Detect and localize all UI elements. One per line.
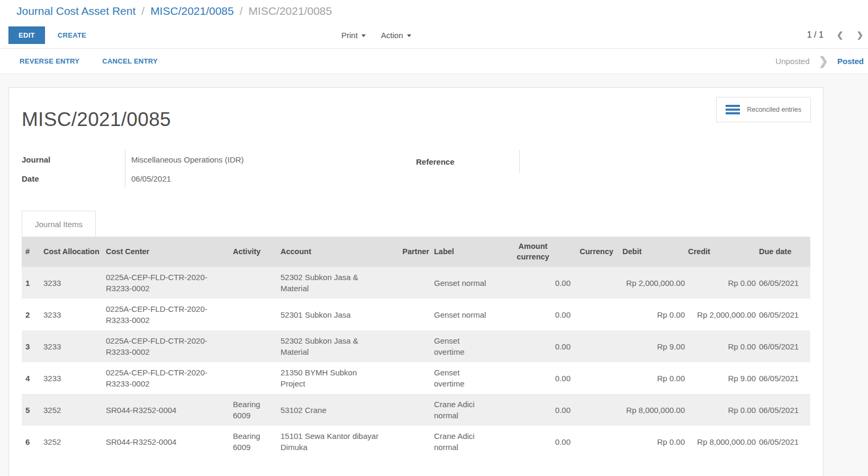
cell-cost-allocation: 3233 (42, 299, 104, 330)
column-header-credit[interactable]: Credit (686, 237, 757, 267)
cell-account: 52302 Subkon Jasa & Material (279, 330, 385, 362)
column-header-partner[interactable]: Partner (385, 237, 432, 267)
statusbar-states: Unposted ❯ Posted (775, 56, 864, 67)
cell-debit: Rp 9.00 (621, 330, 686, 362)
cell-cost-center: 0225A-CEP-FLD-CTR-2020-R3233-0002 (104, 299, 231, 330)
cell-amount-currency: 0.00 (494, 394, 572, 426)
date-field-label: Date (22, 169, 125, 188)
table-body: 132330225A-CEP-FLD-CTR-2020-R3233-000252… (22, 267, 810, 457)
cell-currency (572, 394, 621, 426)
cell-amount-currency: 0.00 (494, 362, 572, 394)
reference-field-value (519, 150, 702, 173)
breadcrumb-link-entry[interactable]: MISC/2021/0085 (150, 5, 234, 17)
column-header-account[interactable]: Account (279, 237, 385, 267)
cell-currency (572, 299, 621, 330)
cell-account: 52302 Subkon Jasa & Material (279, 267, 385, 299)
column-header-label[interactable]: Label (432, 237, 494, 267)
column-header-row-number[interactable]: # (22, 237, 42, 267)
cell-credit: Rp 0.00 (686, 267, 757, 299)
cell-label: Genset normal (432, 299, 494, 330)
reconciled-entries-button[interactable]: Reconciled entries (716, 97, 811, 122)
statusbar: REVERSE ENTRY CANCEL ENTRY Unposted ❯ Po… (0, 48, 868, 74)
caret-down-icon (407, 34, 411, 37)
breadcrumb-link-journal[interactable]: Journal Cost Asset Rent (16, 5, 135, 17)
print-dropdown[interactable]: Print (341, 31, 366, 40)
column-header-debit[interactable]: Debit (621, 237, 686, 267)
reverse-entry-button[interactable]: REVERSE ENTRY (16, 57, 83, 66)
page-title: MISC/2021/0085 (22, 109, 810, 131)
tab-journal-items[interactable]: Journal Items (22, 211, 96, 237)
statusbar-buttons: REVERSE ENTRY CANCEL ENTRY (16, 57, 161, 66)
cell-partner (385, 267, 432, 299)
cell-credit: Rp 0.00 (686, 330, 757, 362)
cell-amount-currency: 0.00 (494, 267, 572, 299)
cell-cost-center: SR044-R3252-0004 (104, 394, 231, 426)
dropdown-group: Print Action (341, 22, 411, 48)
caret-down-icon (361, 34, 366, 37)
column-header-cost-center[interactable]: Cost Center (104, 237, 231, 267)
table-row[interactable]: 232330225A-CEP-FLD-CTR-2020-R3233-000252… (22, 299, 810, 330)
cell-partner (385, 299, 432, 330)
table-row[interactable]: 332330225A-CEP-FLD-CTR-2020-R3233-000252… (22, 330, 810, 362)
cell-due-date: 06/05/2021 (757, 299, 810, 330)
form-view-background: Reconciled entries MISC/2021/0085 Journa… (0, 74, 868, 475)
action-dropdown[interactable]: Action (381, 31, 411, 40)
cell-cost-allocation: 3252 (42, 394, 104, 426)
table-row[interactable]: 132330225A-CEP-FLD-CTR-2020-R3233-000252… (22, 267, 810, 299)
cell-credit: Rp 0.00 (686, 394, 757, 426)
cell-account: 53102 Crane (279, 394, 385, 426)
column-header-due-date[interactable]: Due date (757, 237, 810, 267)
cell-activity (231, 362, 279, 394)
column-header-currency[interactable]: Currency (572, 237, 621, 267)
column-header-activity[interactable]: Activity (231, 237, 279, 267)
cell-debit: Rp 2,000,000.00 (621, 267, 686, 299)
reference-field-row: Reference (405, 150, 702, 173)
cell-row-number: 3 (22, 330, 42, 362)
cell-currency (572, 330, 621, 362)
cell-currency (572, 362, 621, 394)
cell-cost-center: 0225A-CEP-FLD-CTR-2020-R3233-0002 (104, 362, 231, 394)
cell-row-number: 6 (22, 426, 42, 457)
breadcrumb: Journal Cost Asset Rent / MISC/2021/0085… (0, 0, 868, 22)
state-posted[interactable]: Posted (837, 57, 864, 66)
cell-activity (231, 299, 279, 330)
journal-field-value: Miscellaneous Operations (IDR) (125, 150, 405, 169)
cell-due-date: 06/05/2021 (757, 362, 810, 394)
field-group: Journal Miscellaneous Operations (IDR) D… (22, 150, 810, 188)
form-sheet: Reconciled entries MISC/2021/0085 Journa… (8, 87, 824, 476)
cell-label: Genset overtime (432, 362, 494, 394)
cell-cost-center: 0225A-CEP-FLD-CTR-2020-R3233-0002 (104, 330, 231, 362)
pager-next-button[interactable]: ❯ (856, 30, 863, 40)
reference-field-label: Reference (405, 150, 519, 173)
cell-activity: Bearing 6009 (231, 426, 279, 457)
cell-partner (385, 362, 432, 394)
cell-partner (385, 394, 432, 426)
cell-debit: Rp 0.00 (621, 299, 686, 330)
pager-previous-button[interactable]: ❮ (837, 30, 844, 40)
cell-debit: Rp 0.00 (621, 426, 686, 457)
edit-button[interactable]: EDIT (8, 26, 45, 44)
journal-items-table: #Cost AllocationCost CenterActivityAccou… (22, 237, 810, 457)
create-button[interactable]: CREATE (55, 31, 89, 40)
state-unposted[interactable]: Unposted (775, 57, 809, 66)
table-row[interactable]: 53252SR044-R3252-0004Bearing 600953102 C… (22, 394, 810, 426)
cell-credit: Rp 9.00 (686, 362, 757, 394)
cell-account: 15101 Sewa Kantor dibayar Dimuka (279, 426, 385, 457)
breadcrumb-separator: / (141, 5, 144, 17)
table-row[interactable]: 432330225A-CEP-FLD-CTR-2020-R3233-000221… (22, 362, 810, 394)
cell-cost-center: 0225A-CEP-FLD-CTR-2020-R3233-0002 (104, 267, 231, 299)
cancel-entry-button[interactable]: CANCEL ENTRY (99, 57, 161, 66)
cell-account: 52301 Subkon Jasa (279, 299, 385, 330)
cell-cost-allocation: 3233 (42, 330, 104, 362)
cell-currency (572, 426, 621, 457)
cell-label: Crane Adici normal (432, 426, 494, 457)
pager-count: 1 / 1 (807, 30, 824, 40)
cell-row-number: 1 (22, 267, 42, 299)
cell-partner (385, 330, 432, 362)
cell-cost-allocation: 3233 (42, 267, 104, 299)
column-header-cost-allocation[interactable]: Cost Allocation (42, 237, 104, 267)
column-header-amount-currency[interactable]: Amount currency (494, 237, 572, 267)
cell-activity (231, 330, 279, 362)
cell-label: Genset normal (432, 267, 494, 299)
table-row[interactable]: 63252SR044-R3252-0004Bearing 600915101 S… (22, 426, 810, 457)
